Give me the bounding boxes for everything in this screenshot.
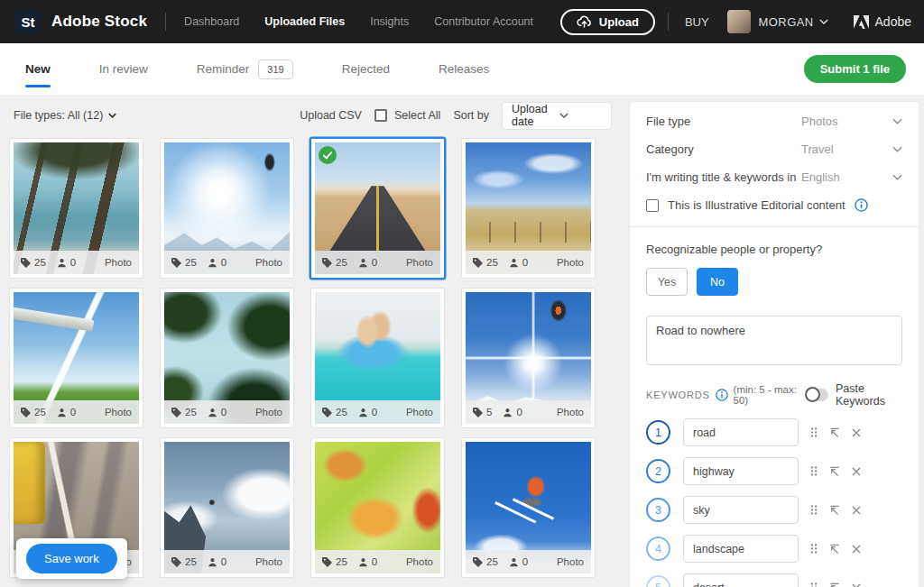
- category-dropdown[interactable]: Category Travel: [646, 135, 902, 163]
- divider: [630, 226, 919, 227]
- keywords-label: KEYWORDS: [646, 390, 710, 400]
- drag-handle-icon[interactable]: [810, 504, 818, 516]
- drag-handle-icon[interactable]: [810, 582, 818, 587]
- photo-card-grassland-fence[interactable]: 25 0 Photo: [461, 138, 596, 279]
- stock-logo[interactable]: St: [14, 8, 42, 35]
- people-icon: [509, 557, 519, 567]
- move-to-top-icon[interactable]: [829, 505, 840, 516]
- chevron-down-icon: [892, 118, 902, 124]
- upload-csv-button[interactable]: Upload CSV: [300, 109, 362, 122]
- drag-handle-icon[interactable]: [810, 426, 818, 438]
- delete-keyword-icon[interactable]: [852, 583, 861, 587]
- info-icon[interactable]: [855, 198, 868, 212]
- nav-dashboard[interactable]: Dashboard: [184, 15, 239, 28]
- move-to-top-icon[interactable]: [829, 582, 840, 587]
- recognizable-yes-button[interactable]: Yes: [646, 268, 688, 296]
- title-input[interactable]: Road to nowhere: [646, 316, 902, 365]
- tag-icon: [473, 557, 483, 567]
- file-type-label: Photo: [255, 257, 282, 268]
- move-to-top-icon[interactable]: [829, 544, 840, 555]
- select-all-label: Select All: [394, 109, 440, 122]
- keyword-rank: 2: [646, 459, 670, 483]
- keyword-input[interactable]: [683, 457, 799, 485]
- delete-keyword-icon[interactable]: [852, 506, 861, 515]
- photo-card-palm-trees[interactable]: 25 0 Photo: [160, 288, 294, 428]
- select-all-checkbox[interactable]: [374, 109, 387, 122]
- thumbnail-meta: 25 0 Photo: [315, 251, 440, 274]
- nav-contributor-account[interactable]: Contributor Account: [434, 15, 533, 28]
- user-avatar[interactable]: [727, 10, 751, 33]
- photo-card-goldfish[interactable]: 25 0 Photo: [310, 437, 445, 578]
- tag-icon: [473, 258, 483, 268]
- people-icon: [358, 258, 368, 268]
- paste-keywords-toggle[interactable]: [806, 389, 828, 401]
- photo-card-snowboarder-sun[interactable]: 5 0 Photo: [461, 288, 596, 428]
- tab-rejected[interactable]: Rejected: [342, 43, 390, 95]
- upload-button[interactable]: Upload: [560, 9, 655, 35]
- chevron-down-icon: [108, 113, 116, 118]
- keyword-input[interactable]: [683, 418, 799, 446]
- main-nav: Dashboard Uploaded Files Insights Contri…: [184, 15, 533, 28]
- file-type-label: Photo: [557, 257, 584, 268]
- delete-keyword-icon[interactable]: [852, 428, 861, 437]
- thumbnail-meta: 25 0 Photo: [14, 400, 139, 424]
- photo-card-freestyle-skier[interactable]: 25 0 Photo: [160, 138, 294, 279]
- drag-handle-icon[interactable]: [810, 465, 818, 477]
- file-type-dropdown[interactable]: File type Photos: [646, 107, 902, 135]
- file-type-label: Photo: [406, 257, 433, 268]
- nav-uploaded-files[interactable]: Uploaded Files: [264, 15, 345, 28]
- photo-card-skier-orange[interactable]: 25 0 Photo: [461, 437, 596, 578]
- file-type-label: Photo: [557, 556, 584, 567]
- keyword-row: 4: [646, 535, 902, 563]
- chevron-down-icon: [892, 146, 902, 152]
- recognizable-question: Recognizable people or property?: [646, 243, 902, 256]
- drag-handle-icon[interactable]: [810, 543, 818, 555]
- divider: [668, 13, 669, 31]
- tag-icon: [322, 258, 332, 268]
- buy-link[interactable]: BUY: [685, 15, 709, 29]
- file-type-label: Photo: [255, 556, 282, 567]
- submit-file-button[interactable]: Submit 1 file: [804, 55, 906, 83]
- divider: [165, 13, 166, 31]
- people-icon: [358, 557, 368, 567]
- photo-card-desert-road-selected[interactable]: 25 0 Photo: [310, 138, 445, 279]
- photo-card-cypress-trees-bridge[interactable]: 25 0 Photo: [9, 138, 143, 279]
- keyword-input[interactable]: [683, 496, 799, 524]
- tag-icon: [322, 557, 332, 567]
- tag-icon: [473, 408, 483, 417]
- info-icon[interactable]: [716, 389, 728, 401]
- file-types-filter[interactable]: File types: All (12): [14, 109, 116, 122]
- language-dropdown[interactable]: I'm writing title & keywords in English: [646, 163, 902, 191]
- move-to-top-icon[interactable]: [829, 427, 840, 438]
- recognizable-no-button[interactable]: No: [697, 268, 738, 296]
- photo-card-mountain-peak[interactable]: 25 0 Photo: [160, 437, 294, 578]
- keyword-input[interactable]: [683, 535, 799, 563]
- tag-icon: [322, 408, 332, 417]
- thumbnail-meta: 25 0 Photo: [164, 400, 290, 424]
- file-type-label: Photo: [406, 556, 433, 567]
- delete-keyword-icon[interactable]: [852, 467, 861, 476]
- sort-dropdown[interactable]: Upload date: [502, 102, 612, 130]
- tag-icon: [171, 258, 181, 268]
- photo-card-pool-float[interactable]: 25 0 Photo: [310, 288, 445, 428]
- keyword-rank: 5: [646, 575, 670, 587]
- tab-reminder[interactable]: Reminder 319: [197, 43, 293, 95]
- reminder-count-badge: 319: [258, 60, 292, 79]
- illustrative-editorial-checkbox[interactable]: [646, 199, 659, 212]
- people-icon: [358, 408, 368, 417]
- move-to-top-icon[interactable]: [829, 466, 840, 477]
- thumbnail-meta: 25 0 Photo: [466, 550, 591, 573]
- tab-new[interactable]: New: [25, 43, 51, 95]
- thumbnail-meta: 5 0 Photo: [466, 400, 591, 424]
- tab-in-review[interactable]: In review: [99, 43, 148, 95]
- photo-card-glider-wing[interactable]: 25 0 Photo: [9, 288, 143, 428]
- user-menu[interactable]: MORGAN: [759, 15, 828, 29]
- delete-keyword-icon[interactable]: [852, 545, 861, 554]
- nav-insights[interactable]: Insights: [370, 15, 409, 28]
- thumbnail-meta: 25 0 Photo: [164, 550, 290, 573]
- tab-releases[interactable]: Releases: [439, 43, 489, 95]
- adobe-home-link[interactable]: Adobe: [854, 14, 911, 29]
- keyword-input[interactable]: [683, 573, 799, 587]
- people-icon: [503, 408, 513, 417]
- save-work-button[interactable]: Save work: [26, 544, 117, 573]
